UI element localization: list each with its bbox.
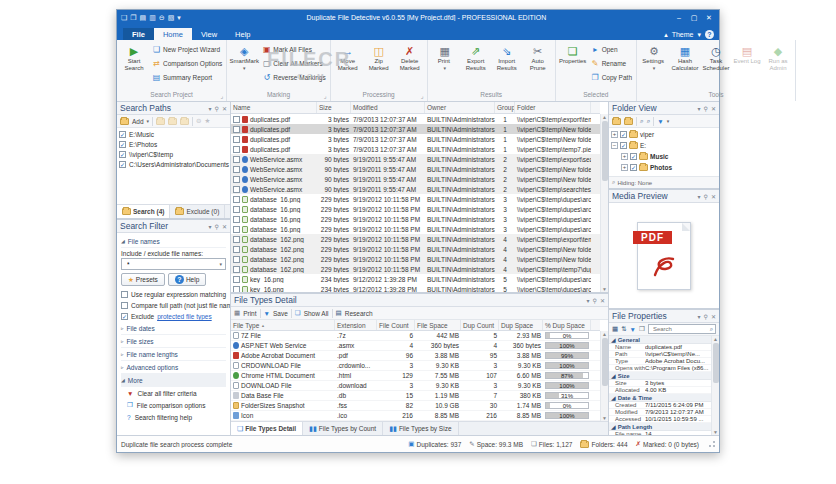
tab-file-types-by-size[interactable]: ▮▮ File Types by Size [383, 422, 458, 435]
pin-icon[interactable]: ⚲ [215, 223, 219, 230]
minimize-button[interactable]: – [672, 14, 686, 21]
file-row[interactable]: duplicates.pdf3 bytes7/9/2013 12:07:37 A… [231, 124, 600, 134]
tab-view[interactable]: View [192, 28, 226, 40]
file-type-row[interactable]: ASP.NET Web Service.asmx4360 bytes4360 b… [231, 341, 600, 351]
panel-menu-icon[interactable]: ▾ [209, 105, 212, 112]
filter-checkbox-row[interactable]: Compare full path (not just file name) [121, 300, 226, 311]
section-file-sizes[interactable]: ▹File sizes [121, 335, 226, 348]
tab-search-paths[interactable]: Search (4) [117, 205, 170, 218]
file-row[interactable]: database_16.png229 bytes9/19/2012 10:11:… [231, 204, 600, 214]
row-checkbox[interactable] [233, 276, 240, 283]
file-row[interactable]: database_16.png229 bytes9/19/2012 10:11:… [231, 214, 600, 224]
filter-dropdown-icon[interactable]: ▾ [667, 118, 670, 124]
print-button[interactable]: ▦Print ▾ [430, 42, 460, 90]
row-checkbox[interactable] [233, 196, 240, 203]
research-button[interactable]: Research [345, 310, 373, 317]
close-panel-icon[interactable]: ✕ [222, 223, 227, 230]
file-row[interactable]: database_162.png229 bytes9/19/2012 10:11… [231, 254, 600, 264]
zip-marked-button[interactable]: ◫Zip Marked [364, 42, 394, 90]
panel-menu-icon[interactable]: ▾ [698, 313, 701, 320]
row-checkbox[interactable] [233, 286, 240, 293]
folder-checkbox[interactable]: ✓ [620, 131, 627, 138]
file-row[interactable]: database_162.png229 bytes9/19/2012 10:11… [231, 264, 600, 274]
panel-menu-icon[interactable]: ▾ [698, 105, 701, 112]
lock-path-icon[interactable]: ⊖ [196, 117, 201, 125]
col-extension[interactable]: Extension [335, 320, 377, 330]
save-button[interactable]: Save [273, 310, 288, 317]
col-pct-dup-space[interactable]: % Dup Space [543, 320, 591, 330]
col-dup-space[interactable]: Dup Space [499, 320, 543, 330]
protected-file-types-link[interactable]: protected file types [157, 313, 212, 320]
open-button[interactable]: ▸Open [589, 43, 634, 56]
search-filtering-help[interactable]: ?Search filtering help [121, 411, 226, 423]
col-group[interactable]: Group [495, 102, 515, 113]
section-file-names[interactable]: ◢ File names [121, 235, 226, 248]
save-properties-icon[interactable]: ▼ [630, 326, 636, 333]
add-dropdown-icon[interactable]: ▾ [147, 118, 150, 124]
row-checkbox[interactable] [233, 216, 240, 223]
file-type-row[interactable]: Adobe Acrobat Document.pdf963.88 MB953.8… [231, 351, 600, 361]
checkbox-checked[interactable]: ✓ [119, 131, 126, 138]
property-group[interactable]: ◢Date & Time [609, 394, 711, 402]
folder-node[interactable]: −✓E: [611, 140, 717, 151]
col-folder[interactable]: Folder [515, 102, 591, 113]
pin-icon[interactable]: ⚲ [704, 193, 708, 200]
folder-node[interactable]: +✓viper [611, 129, 717, 140]
close-panel-icon[interactable]: ✕ [600, 297, 605, 304]
add-path-button[interactable]: Add [132, 118, 144, 125]
close-panel-icon[interactable]: ✕ [222, 105, 227, 112]
file-row[interactable]: database_16.png229 bytes9/19/2012 10:11:… [231, 194, 600, 204]
row-checkbox[interactable] [233, 136, 240, 143]
tree-toggle-icon[interactable]: + [611, 131, 618, 138]
find-icon[interactable]: ⌕ [640, 117, 644, 125]
hash-calculator-button[interactable]: ▦Hash Calculator [670, 42, 700, 90]
folder-checkbox[interactable]: ✓ [630, 164, 637, 171]
property-row[interactable]: Allocated4.00 KB [609, 387, 711, 394]
section-file-name-lengths[interactable]: ▹File name lengths [121, 348, 226, 361]
checkbox-checked[interactable]: ✓ [119, 161, 126, 168]
property-row[interactable]: Path\\viper\C$\temp\Ne... [609, 351, 711, 358]
smartmark-button[interactable]: ◈SmartMark ▾ [229, 42, 259, 90]
print-button[interactable]: Print [243, 310, 256, 317]
filter-checkbox-row[interactable]: Use regular expression matching [121, 289, 226, 300]
file-row[interactable]: database_162.png229 bytes9/19/2012 10:11… [231, 234, 600, 244]
open-project-icon[interactable]: ❐ [130, 13, 136, 22]
close-panel-icon[interactable]: ✕ [711, 313, 716, 320]
summary-report-button[interactable]: ▤Summary Report [150, 71, 224, 84]
search-path-item[interactable]: ✓\\viper\C$\temp [119, 149, 228, 159]
remove-all-paths-icon[interactable] [180, 118, 189, 125]
properties-search-input[interactable] [651, 325, 710, 333]
copy-properties-icon[interactable]: ❐ [639, 325, 645, 333]
task-scheduler-button[interactable]: ◷Task Scheduler [701, 42, 731, 90]
file-type-row[interactable]: Chrome HTML Document.html1297.55 MB1076.… [231, 371, 600, 381]
tree-toggle-icon[interactable]: + [621, 153, 628, 160]
auto-prune-button[interactable]: ✂Auto Prune [523, 42, 553, 90]
row-checkbox[interactable] [233, 126, 240, 133]
pin-icon[interactable]: ⚲ [704, 313, 708, 320]
row-checkbox[interactable] [233, 116, 240, 123]
theme-selector[interactable]: Theme [672, 31, 694, 38]
filter-help-button[interactable]: ? Help [168, 273, 206, 286]
comparison-options-button[interactable]: ⇄Comparison Options [150, 57, 224, 70]
row-checkbox[interactable] [233, 266, 240, 273]
new-project-icon[interactable]: ❏ [121, 13, 127, 22]
pin-icon[interactable]: ⚲ [593, 297, 597, 304]
tab-home[interactable]: Home [154, 28, 192, 40]
file-row[interactable]: WebService.asmx90 bytes9/19/2011 9:55:47… [231, 164, 600, 174]
import-results-button[interactable]: ⇘Import Results [492, 42, 522, 90]
theme-dropdown-icon[interactable]: ▾ [697, 31, 701, 39]
col-file-count[interactable]: File Count [377, 320, 415, 330]
dialog-launcher-icon[interactable]: ⌟ [220, 92, 223, 99]
close-panel-icon[interactable]: ✕ [711, 193, 716, 200]
property-row[interactable]: Accessed10/1/2015 10:59:59 ... [609, 416, 711, 423]
clear-all-markers-button[interactable]: ▢Clear All Markers [260, 57, 327, 70]
file-comparison-options[interactable]: ❐File comparison options [121, 399, 226, 411]
folder-checkbox[interactable]: ✓ [630, 153, 637, 160]
col-dup-count[interactable]: Dup Count [461, 320, 499, 330]
tab-file-types-by-count[interactable]: ▮▮ File Types by Count [303, 422, 383, 435]
file-type-row[interactable]: Data Base File.db151.19 MB7380 KB31% [231, 391, 600, 401]
move-marked-button[interactable]: →Move Marked [333, 42, 363, 90]
file-type-row[interactable]: CRDOWNLOAD File.crdownlo...39.30 KB39.30… [231, 361, 600, 371]
file-row[interactable]: duplicates.pdf3 bytes7/9/2013 12:07:37 A… [231, 144, 600, 154]
folder-node[interactable]: +✓Photos [611, 162, 717, 173]
